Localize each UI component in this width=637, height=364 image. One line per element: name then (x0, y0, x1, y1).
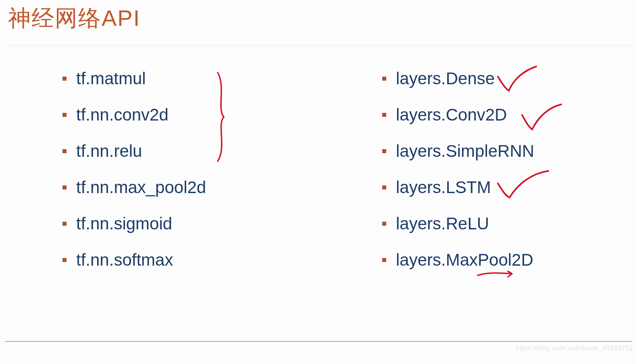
list-item-label: layers.Dense (396, 69, 495, 88)
footer-rule (5, 341, 632, 342)
bullet-icon (382, 113, 386, 117)
bullet-icon (62, 149, 67, 153)
list-item: layers.LSTM (382, 169, 534, 206)
bullet-icon (62, 258, 67, 262)
list-item-label: tf.nn.softmax (76, 250, 173, 270)
list-item: layers.MaxPool2D (382, 242, 534, 278)
title-underline (5, 45, 637, 46)
list-item-label: tf.nn.relu (76, 141, 142, 161)
brace-annotation-icon (210, 71, 234, 163)
list-item-label: layers.ReLU (396, 214, 489, 233)
list-item: layers.Conv2D (382, 97, 534, 133)
page-title: 神经网络API (8, 3, 140, 34)
bullet-icon (382, 77, 386, 81)
list-item: tf.nn.relu (62, 133, 206, 169)
bullet-icon (62, 113, 67, 117)
list-item: tf.nn.sigmoid (62, 206, 206, 242)
watermark: https://blog.csdn.net/weixin_45916752 (516, 345, 633, 352)
list-item: layers.SimpleRNN (382, 133, 534, 169)
list-item-label: layers.SimpleRNN (396, 141, 534, 161)
bullet-icon (382, 185, 386, 189)
list-item: layers.ReLU (382, 206, 534, 242)
bullet-icon (62, 77, 67, 81)
right-column: layers.Dense layers.Conv2D layers.Simple… (382, 60, 534, 278)
list-item: tf.matmul (62, 60, 206, 97)
list-item: tf.nn.max_pool2d (62, 169, 206, 206)
list-item-label: layers.LSTM (396, 178, 491, 197)
list-item-label: layers.MaxPool2D (396, 250, 533, 270)
list-item-label: layers.Conv2D (396, 105, 507, 125)
list-item: layers.Dense (382, 60, 534, 97)
list-item-label: tf.nn.sigmoid (76, 214, 172, 233)
left-column: tf.matmul tf.nn.conv2d tf.nn.relu tf.nn.… (62, 60, 206, 278)
list-item: tf.nn.softmax (62, 242, 206, 278)
list-item-label: tf.nn.conv2d (76, 105, 169, 125)
bullet-icon (382, 149, 386, 153)
bullet-icon (382, 258, 386, 262)
bullet-icon (62, 222, 67, 226)
list-item-label: tf.nn.max_pool2d (76, 178, 206, 197)
bullet-icon (62, 185, 67, 189)
list-item-label: tf.matmul (76, 69, 146, 88)
list-item: tf.nn.conv2d (62, 97, 206, 133)
bullet-icon (382, 222, 386, 226)
